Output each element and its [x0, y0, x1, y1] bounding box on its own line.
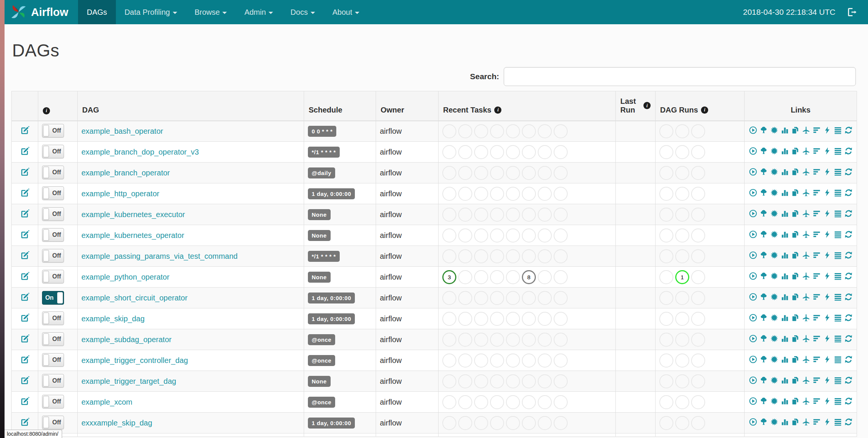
- graph-view-icon[interactable]: [770, 272, 779, 280]
- recent-task-state-circle[interactable]: [442, 145, 456, 159]
- trigger-dag-icon[interactable]: [749, 397, 757, 405]
- dag-run-state-circle[interactable]: [659, 354, 673, 368]
- tree-view-icon[interactable]: [759, 251, 768, 260]
- dag-link[interactable]: example_xcom: [81, 398, 133, 406]
- tree-view-icon[interactable]: [759, 167, 768, 176]
- recent-task-state-circle[interactable]: [474, 291, 488, 305]
- recent-task-state-circle[interactable]: [538, 187, 552, 201]
- task-tries-icon[interactable]: [791, 313, 800, 322]
- recent-task-state-circle[interactable]: [458, 187, 472, 201]
- recent-task-state-circle[interactable]: [554, 395, 568, 409]
- tree-view-icon[interactable]: [759, 293, 768, 301]
- recent-task-state-circle[interactable]: [458, 374, 472, 388]
- recent-task-state-circle[interactable]: [538, 228, 552, 242]
- logs-icon[interactable]: [834, 230, 842, 239]
- recent-task-state-circle[interactable]: [522, 395, 536, 409]
- gantt-icon[interactable]: [812, 251, 821, 260]
- nav-item-dags[interactable]: DAGs: [78, 0, 116, 24]
- dag-run-state-circle[interactable]: [659, 145, 673, 159]
- tree-view-icon[interactable]: [759, 397, 768, 405]
- tree-view-icon[interactable]: [759, 126, 768, 135]
- edit-dag-icon[interactable]: [20, 292, 30, 302]
- dag-run-state-circle[interactable]: [691, 208, 705, 222]
- recent-task-state-circle[interactable]: [554, 249, 568, 263]
- trigger-dag-icon[interactable]: [749, 418, 757, 426]
- brand[interactable]: Airflow: [5, 0, 78, 24]
- recent-task-state-circle[interactable]: [554, 374, 568, 388]
- recent-task-state-circle[interactable]: [522, 333, 536, 347]
- dag-run-state-circle[interactable]: [659, 395, 673, 409]
- task-tries-icon[interactable]: [791, 167, 800, 176]
- task-duration-icon[interactable]: [781, 167, 789, 176]
- recent-task-state-circle[interactable]: [538, 145, 552, 159]
- recent-task-state-circle[interactable]: [506, 354, 520, 368]
- task-duration-icon[interactable]: [781, 355, 789, 364]
- recent-task-state-circle[interactable]: [442, 166, 456, 180]
- recent-task-state-circle[interactable]: [442, 416, 456, 430]
- recent-task-state-circle[interactable]: [442, 395, 456, 409]
- recent-task-state-circle[interactable]: [458, 208, 472, 222]
- code-view-icon[interactable]: [823, 376, 832, 385]
- code-view-icon[interactable]: [823, 334, 832, 343]
- tree-view-icon[interactable]: [759, 188, 768, 197]
- recent-task-state-circle[interactable]: [474, 249, 488, 263]
- dag-run-state-circle[interactable]: [691, 124, 705, 138]
- logs-icon[interactable]: [834, 209, 842, 218]
- dag-run-state-circle[interactable]: [659, 124, 673, 138]
- tree-view-icon[interactable]: [759, 355, 768, 364]
- graph-view-icon[interactable]: [770, 147, 779, 155]
- edit-dag-icon[interactable]: [20, 146, 30, 156]
- recent-task-state-circle[interactable]: [458, 333, 472, 347]
- tree-view-icon[interactable]: [759, 334, 768, 343]
- recent-task-state-circle[interactable]: [538, 249, 552, 263]
- recent-task-state-circle[interactable]: [522, 208, 536, 222]
- gantt-icon[interactable]: [812, 334, 821, 343]
- task-tries-icon[interactable]: [791, 334, 800, 343]
- dag-run-state-circle[interactable]: [691, 249, 705, 263]
- recent-task-state-circle[interactable]: [490, 354, 504, 368]
- dag-pause-toggle[interactable]: Off: [42, 124, 64, 138]
- dag-run-state-circle[interactable]: [659, 291, 673, 305]
- recent-task-state-circle[interactable]: [474, 166, 488, 180]
- recent-task-state-circle[interactable]: [522, 145, 536, 159]
- logs-icon[interactable]: [834, 188, 842, 197]
- refresh-icon[interactable]: [844, 334, 853, 343]
- dag-pause-toggle[interactable]: Off: [42, 374, 64, 388]
- dag-pause-toggle[interactable]: Off: [42, 416, 64, 429]
- landing-times-icon[interactable]: [802, 418, 810, 426]
- code-view-icon[interactable]: [823, 167, 832, 176]
- graph-view-icon[interactable]: [770, 334, 779, 343]
- recent-task-state-circle[interactable]: [506, 124, 520, 138]
- dag-run-state-circle[interactable]: [659, 374, 673, 388]
- recent-task-state-circle[interactable]: [490, 374, 504, 388]
- dag-link[interactable]: example_subdag_operator: [81, 335, 172, 344]
- dag-link[interactable]: example_python_operator: [81, 273, 169, 281]
- landing-times-icon[interactable]: [802, 251, 810, 260]
- dag-link[interactable]: example_branch_dop_operator_v3: [81, 148, 199, 156]
- dag-run-state-circle[interactable]: [691, 354, 705, 368]
- recent-task-state-circle[interactable]: [506, 145, 520, 159]
- recent-task-state-circle[interactable]: [474, 187, 488, 201]
- graph-view-icon[interactable]: [770, 355, 779, 364]
- landing-times-icon[interactable]: [802, 126, 810, 135]
- edit-dag-icon[interactable]: [20, 396, 30, 406]
- dag-link[interactable]: example_short_circuit_operator: [81, 294, 187, 302]
- recent-task-state-circle[interactable]: [490, 145, 504, 159]
- recent-task-state-circle[interactable]: [442, 291, 456, 305]
- code-view-icon[interactable]: [823, 209, 832, 218]
- graph-view-icon[interactable]: [770, 313, 779, 322]
- recent-task-state-circle[interactable]: [554, 312, 568, 326]
- recent-task-state-circle[interactable]: [458, 145, 472, 159]
- dag-link[interactable]: example_bash_operator: [81, 127, 163, 135]
- logs-icon[interactable]: [834, 334, 842, 343]
- logs-icon[interactable]: [834, 293, 842, 301]
- refresh-icon[interactable]: [844, 188, 853, 197]
- recent-task-state-circle[interactable]: [506, 395, 520, 409]
- recent-task-state-circle[interactable]: [506, 228, 520, 242]
- edit-dag-icon[interactable]: [20, 417, 30, 427]
- recent-task-state-circle[interactable]: [506, 249, 520, 263]
- recent-task-state-circle[interactable]: [490, 312, 504, 326]
- recent-task-state-circle[interactable]: [442, 354, 456, 368]
- landing-times-icon[interactable]: [802, 147, 810, 155]
- dag-run-state-circle[interactable]: [691, 187, 705, 201]
